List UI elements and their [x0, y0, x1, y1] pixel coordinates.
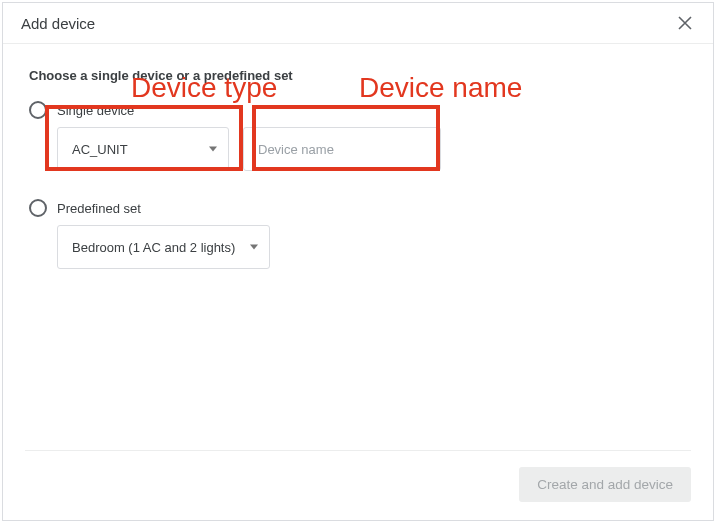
predefined-set-option: Predefined set — [29, 199, 687, 217]
predefined-set-radio[interactable] — [29, 199, 47, 217]
predefined-set-controls: Bedroom (1 AC and 2 lights) — [57, 225, 687, 269]
dialog-footer: Create and add device — [25, 450, 691, 520]
caret-down-icon — [250, 245, 258, 250]
predefined-set-select[interactable]: Bedroom (1 AC and 2 lights) — [57, 225, 270, 269]
close-button[interactable] — [675, 13, 695, 33]
single-device-radio[interactable] — [29, 101, 47, 119]
device-type-select[interactable]: AC_UNIT — [57, 127, 229, 171]
predefined-set-label: Predefined set — [57, 201, 141, 216]
single-device-label: Single device — [57, 103, 134, 118]
add-device-dialog: Add device Choose a single device or a p… — [2, 2, 714, 521]
device-type-select-wrap: AC_UNIT — [57, 127, 229, 171]
dialog-body: Choose a single device or a predefined s… — [3, 44, 713, 450]
predefined-set-select-wrap: Bedroom (1 AC and 2 lights) — [57, 225, 270, 269]
device-name-input[interactable] — [243, 127, 441, 171]
choose-subtitle: Choose a single device or a predefined s… — [29, 68, 687, 83]
device-type-value: AC_UNIT — [72, 142, 128, 157]
predefined-set-value: Bedroom (1 AC and 2 lights) — [72, 240, 235, 255]
dialog-title: Add device — [21, 15, 95, 32]
single-device-controls: AC_UNIT — [57, 127, 687, 171]
single-device-option: Single device — [29, 101, 687, 119]
close-icon — [678, 16, 692, 30]
caret-down-icon — [209, 147, 217, 152]
create-and-add-device-button[interactable]: Create and add device — [519, 467, 691, 502]
dialog-header: Add device — [3, 3, 713, 44]
